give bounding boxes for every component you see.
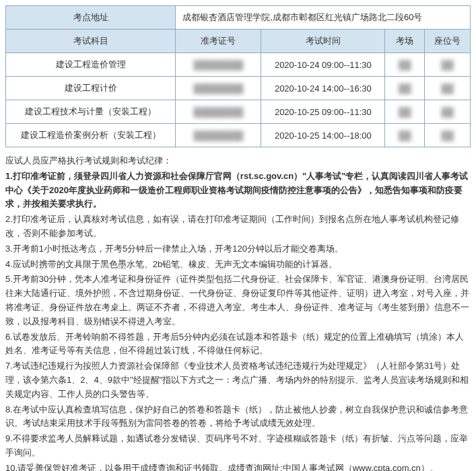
header-seat: 座位号 bbox=[425, 30, 471, 53]
header-subject: 考试科目 bbox=[6, 30, 176, 53]
exam-info-table: 考点地址 成都银杏酒店管理学院,成都市郫都区红光镇广场路北二段60号 考试科目 … bbox=[5, 5, 471, 147]
cell-room: ██ bbox=[385, 77, 425, 100]
instr-10: 10.请妥善保管好准考证，以备用于成绩查询和证书领取。成绩查询网址:中国人事考试… bbox=[5, 462, 471, 471]
instr-6: 6.试卷发放后、开考铃响前不得答题，开考后5分钟内必须在试题本和答题卡（纸）规定… bbox=[5, 330, 471, 359]
instr-9: 9.不得要求监考人员解释试题，如遇试卷分发错误、页码序号不对、字迹模糊或答题卡（… bbox=[5, 432, 471, 460]
cell-time: 2020-10-25 09:00--11:30 bbox=[261, 100, 385, 124]
table-row: 建设工程技术与计量（安装工程） ████████ 2020-10-25 09:0… bbox=[6, 100, 471, 124]
instr-4: 4.应试时携带的文具限于黑色墨水笔、2b铅笔、橡皮、无声无文本编辑功能的计算器。 bbox=[5, 258, 471, 272]
cell-room: ██ bbox=[385, 100, 425, 124]
cell-ticket: ████████ bbox=[176, 53, 261, 77]
cell-subject: 建设工程造价案例分析（安装工程） bbox=[6, 124, 176, 147]
instr-intro: 应试人员应严格执行考试规则和考试纪律： bbox=[5, 154, 471, 168]
cell-seat: ██ bbox=[425, 77, 471, 100]
instructions-block: 应试人员应严格执行考试规则和考试纪律： 1.打印准考证前，须登录四川省人力资源和… bbox=[5, 154, 471, 471]
cell-seat: ██ bbox=[425, 100, 471, 124]
header-ticket: 准考证号 bbox=[176, 30, 261, 53]
instr-1: 1.打印准考证前，须登录四川省人力资源和社会保障厅官网（rst.sc.gov.c… bbox=[5, 170, 471, 211]
cell-seat: ██ bbox=[425, 124, 471, 147]
table-row: 建设工程计价 ████████ 2020-10-24 14:00--16:30 … bbox=[6, 77, 471, 100]
instr-7: 7.考试违纪违规行为按照人力资源社会保障部《专业技术人员资格考试违纪违规行为处理… bbox=[5, 359, 471, 401]
table-row: 建设工程造价案例分析（安装工程） ████████ 2020-10-25 14:… bbox=[6, 124, 471, 147]
cell-ticket: ████████ bbox=[176, 124, 261, 147]
cell-time: 2020-10-25 14:00--18:00 bbox=[261, 124, 385, 147]
cell-time: 2020-10-24 09:00--11:30 bbox=[261, 53, 385, 77]
cell-subject: 建设工程技术与计量（安装工程） bbox=[6, 100, 176, 124]
instr-5: 5.开考前30分钟，凭本人准考证和身份证件（证件类型包括二代身份证、社会保障卡、… bbox=[5, 273, 471, 328]
cell-subject: 建设工程造价管理 bbox=[6, 53, 176, 77]
instr-8: 8.在考试中应认真检查填写信息，保护好自己的答卷和答题卡（纸），防止被他人抄袭，… bbox=[5, 403, 471, 431]
address-label: 考点地址 bbox=[6, 6, 176, 30]
cell-seat: ██ bbox=[425, 53, 471, 77]
instr-3: 3.开考前1小时抵达考点，开考5分钟后一律禁止入场，开考120分钟以后才能交卷离… bbox=[5, 242, 471, 256]
cell-subject: 建设工程计价 bbox=[6, 77, 176, 100]
cell-ticket: ████████ bbox=[176, 77, 261, 100]
cell-time: 2020-10-24 14:00--16:30 bbox=[261, 77, 385, 100]
cell-ticket: ████████ bbox=[176, 100, 261, 124]
table-row: 建设工程造价管理 ████████ 2020-10-24 09:00--11:3… bbox=[6, 53, 471, 77]
cell-room: ██ bbox=[385, 124, 425, 147]
address-value: 成都银杏酒店管理学院,成都市郫都区红光镇广场路北二段60号 bbox=[176, 6, 471, 30]
header-room: 考场 bbox=[385, 30, 425, 53]
instr-2: 2.打印准考证后，认真核对考试信息，如有误，请在打印准考证期间（工作时间）到报名… bbox=[5, 213, 471, 241]
header-time: 考试时间 bbox=[261, 30, 385, 53]
cell-room: ██ bbox=[385, 53, 425, 77]
